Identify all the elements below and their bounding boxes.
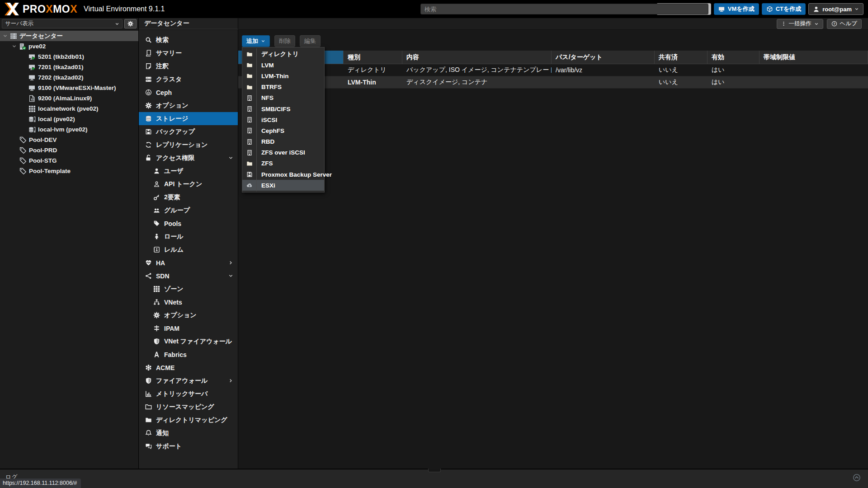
menu-item[interactable]: ストレージ <box>139 112 238 125</box>
column-header[interactable]: 共有済 <box>655 51 708 64</box>
tree-item[interactable]: 9100 (VMwareESXi-Master) <box>0 83 138 93</box>
menu-item[interactable]: サポート <box>139 440 238 453</box>
menu-item[interactable]: リソースマッピング <box>139 400 238 413</box>
menu-item-label: ディレクトリマッピング <box>156 416 227 424</box>
menu-item[interactable]: レプリケーション <box>139 138 238 151</box>
add-menu-item[interactable]: BTRFS <box>242 82 324 93</box>
add-menu-item[interactable]: CephFS <box>242 125 324 136</box>
menu-item[interactable]: 2要素 <box>139 191 238 204</box>
menu-item[interactable]: IPAM <box>139 322 238 335</box>
menu-item[interactable]: ロール <box>139 230 238 243</box>
menu-item[interactable]: VNets <box>139 296 238 309</box>
tree-item-label: pve02 <box>28 43 46 50</box>
column-header[interactable]: 種別 <box>344 51 402 64</box>
add-menu-item[interactable]: NFS <box>242 93 324 103</box>
chevron-down-icon[interactable] <box>3 33 8 38</box>
menu-item-label: レプリケーション <box>156 141 208 149</box>
ipam-icon <box>153 325 160 332</box>
menu-item[interactable]: オプション <box>139 99 238 112</box>
table-row[interactable]: LVM-Thinディスクイメージ, コンテナいいえはい <box>238 76 868 89</box>
expand-up-circle-icon[interactable] <box>853 474 861 482</box>
menu-item[interactable]: バックアップ <box>139 125 238 138</box>
add-menu-item[interactable]: RBD <box>242 136 324 147</box>
vm-run-icon <box>28 64 36 71</box>
tree-item[interactable]: pve02 <box>0 41 138 52</box>
add-menu-item-label: ZFS over iSCSI <box>256 149 305 156</box>
menu-item[interactable]: SDN <box>139 269 238 282</box>
create-vm-button[interactable]: VMを作成 <box>714 3 759 15</box>
add-menu-item[interactable]: Proxmox Backup Server <box>242 169 324 180</box>
tree-item[interactable]: 7201 (tka2ad01) <box>0 62 138 72</box>
menu-item[interactable]: グループ <box>139 204 238 217</box>
menu-item[interactable]: クラスタ <box>139 73 238 86</box>
add-menu-item-label: LVM <box>256 62 274 69</box>
menu-item[interactable]: レルム <box>139 243 238 256</box>
cluster-icon <box>145 76 152 83</box>
tree-item[interactable]: Pool-Template <box>0 166 138 176</box>
chevron-down-icon[interactable] <box>12 44 17 49</box>
menu-item[interactable]: 注釈 <box>139 60 238 73</box>
table-row[interactable]: ディレクトリバックアップ, ISO イメージ, コンテナテンプレート/var/l… <box>238 64 868 76</box>
create-ct-button[interactable]: CTを作成 <box>762 3 806 15</box>
proxmox-logo[interactable]: PROXMOX Virtual Environment 9.1.1 <box>5 3 165 15</box>
tree-item[interactable]: 5201 (tkb2db01) <box>0 52 138 62</box>
column-header[interactable]: パス/ターゲット <box>552 51 655 64</box>
menu-item[interactable]: VNet ファイアウォール <box>139 335 238 348</box>
storage-icon <box>28 116 36 123</box>
remove-button[interactable]: 削除 <box>274 35 295 47</box>
add-menu-item[interactable]: ZFS over iSCSI <box>242 147 324 158</box>
tree-item[interactable]: localnetwork (pve02) <box>0 103 138 114</box>
add-button[interactable]: 追加 <box>242 35 270 47</box>
tree-settings-button[interactable] <box>124 19 137 28</box>
tree-item[interactable]: Pool-DEV <box>0 135 138 145</box>
menu-item[interactable]: ユーザ <box>139 164 238 178</box>
sync-icon <box>145 141 152 148</box>
menu-item[interactable]: サマリー <box>139 47 238 60</box>
menu-item[interactable]: 通知 <box>139 427 238 440</box>
cell-path: /var/lib/vz <box>552 64 655 76</box>
menu-item[interactable]: Fabrics <box>139 348 238 361</box>
menu-item[interactable]: オプション <box>139 309 238 322</box>
view-mode-select[interactable]: サーバ表示 <box>2 19 123 28</box>
tree-item[interactable]: 9200 (AlmaLinux9) <box>0 93 138 103</box>
tree-item[interactable]: データセンター <box>0 31 138 41</box>
menu-item[interactable]: ゾーン <box>139 282 238 296</box>
bulk-actions-button[interactable]: 一括操作 <box>777 19 823 29</box>
menu-item[interactable]: アクセス権限 <box>139 151 238 164</box>
add-menu-item[interactable]: LVM-Thin <box>242 70 324 81</box>
add-menu-item[interactable]: SMB/CIFS <box>242 103 324 114</box>
shield-icon <box>145 377 152 384</box>
column-header[interactable]: 内容 <box>402 51 552 64</box>
help-button[interactable]: ヘルプ <box>827 19 862 29</box>
menu-item[interactable]: HA <box>139 256 238 269</box>
column-header[interactable]: 有効 <box>708 51 760 64</box>
folder-icon <box>246 73 253 79</box>
menu-item[interactable]: Pools <box>139 217 238 230</box>
log-panel-collapse-handle[interactable] <box>428 469 441 472</box>
tree-item[interactable]: local (pve02) <box>0 114 138 124</box>
menu-item[interactable]: ACME <box>139 361 238 374</box>
add-menu-item[interactable]: ESXi <box>242 180 324 191</box>
vm-icon <box>28 84 36 92</box>
search-input[interactable] <box>420 4 708 14</box>
tree-item[interactable]: local-lvm (pve02) <box>0 124 138 135</box>
menu-item[interactable]: メトリックサーバ <box>139 387 238 400</box>
add-menu-item[interactable]: iSCSI <box>242 114 324 125</box>
menu-item[interactable]: API トークン <box>139 178 238 191</box>
add-menu-item[interactable]: LVM <box>242 60 324 70</box>
tree-item[interactable]: 7202 (tka2ad02) <box>0 72 138 83</box>
menu-item[interactable]: Ceph <box>139 86 238 99</box>
column-header[interactable]: 帯域制限値 <box>760 51 868 64</box>
add-menu-item[interactable]: ディレクトリ <box>242 49 324 60</box>
menu-item[interactable]: ディレクトリマッピング <box>139 413 238 427</box>
tree-item-label: local-lvm (pve02) <box>38 126 88 133</box>
user-menu-button[interactable]: root@pam <box>808 3 863 15</box>
log-panel-header[interactable]: ログ <box>0 469 868 488</box>
add-menu-item[interactable]: ZFS <box>242 158 324 169</box>
folder-icon <box>246 84 253 90</box>
edit-button[interactable]: 編集 <box>300 35 321 47</box>
menu-item[interactable]: 検索 <box>139 33 238 47</box>
tree-item[interactable]: Pool-PRD <box>0 145 138 155</box>
menu-item[interactable]: ファイアウォール <box>139 374 238 387</box>
tree-item[interactable]: Pool-STG <box>0 155 138 166</box>
